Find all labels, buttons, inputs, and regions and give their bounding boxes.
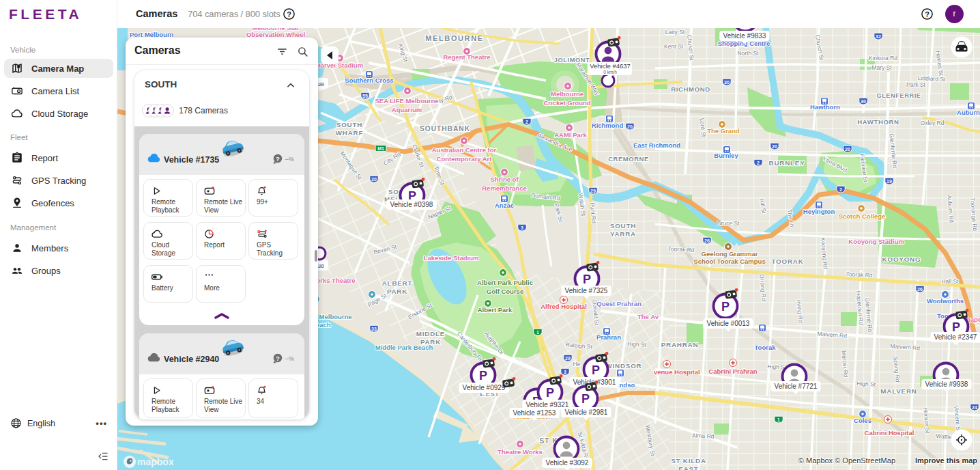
svg-text:RICHMOND: RICHMOND <box>671 85 710 93</box>
svg-text:20: 20 <box>627 124 633 129</box>
svg-text:High S: High S <box>767 363 785 370</box>
svg-text:55: 55 <box>362 94 368 98</box>
svg-text:North St: North St <box>737 50 759 57</box>
svg-text:CREMORNE: CREMORNE <box>608 155 649 163</box>
svg-text:Melbourne: Melbourne <box>551 90 583 98</box>
svg-text:SOUTH: SOUTH <box>336 121 362 128</box>
svg-text:Vehicle #7325: Vehicle #7325 <box>565 287 608 294</box>
svg-text:3: 3 <box>521 225 523 230</box>
svg-text:Shrine of: Shrine of <box>490 176 519 183</box>
svg-text:Lakeside Stadium: Lakeside Stadium <box>424 254 479 262</box>
svg-text:High St: High St <box>856 380 876 387</box>
svg-text:Scotch College: Scotch College <box>839 212 886 220</box>
svg-text:Vehicle #1253: Vehicle #1253 <box>513 409 556 417</box>
svg-text:20: 20 <box>371 177 377 182</box>
svg-text:Vehicle #0398: Vehicle #0398 <box>390 201 433 208</box>
svg-text:P: P <box>583 273 591 286</box>
svg-text:0 km/h: 0 km/h <box>603 70 617 74</box>
svg-text:BURNLEY: BURNLEY <box>769 159 805 167</box>
svg-text:P: P <box>952 320 960 334</box>
svg-text:Bruce St: Bruce St <box>717 220 740 227</box>
svg-text:PRAHRAN: PRAHRAN <box>661 341 699 348</box>
svg-text:Contemporary Art: Contemporary Art <box>437 155 493 163</box>
svg-text:JOLIMONT: JOLIMONT <box>554 57 590 64</box>
svg-text:Remembrance: Remembrance <box>482 184 526 192</box>
svg-text:2: 2 <box>525 120 528 124</box>
svg-text:Quest Prahran: Quest Prahran <box>596 300 642 307</box>
svg-text:Cabrini Prahran: Cabrini Prahran <box>708 368 757 375</box>
svg-text:2: 2 <box>757 161 760 165</box>
svg-text:AAMI Park: AAMI Park <box>554 131 587 139</box>
svg-text:EAST: EAST <box>678 465 698 470</box>
svg-text:Kinkora Rd: Kinkora Rd <box>869 55 897 61</box>
svg-text:29: 29 <box>565 356 571 361</box>
svg-text:1: 1 <box>777 417 780 422</box>
svg-text:SEA LIFE Melbourne: SEA LIFE Melbourne <box>375 97 438 105</box>
svg-text:Oxley Rd: Oxley Rd <box>921 120 945 126</box>
svg-text:Cricket Ground: Cricket Ground <box>543 99 590 107</box>
svg-text:P: P <box>592 363 600 377</box>
svg-text:2: 2 <box>839 187 842 192</box>
svg-text:29: 29 <box>590 189 596 193</box>
svg-text:© Mapbox © OpenStreetMap: © Mapbox © OpenStreetMap <box>798 456 895 465</box>
svg-text:–%: –% <box>285 355 294 362</box>
svg-text:24: 24 <box>972 405 977 410</box>
svg-text:Improve this map: Improve this map <box>915 456 977 465</box>
svg-text:School Toorak Campus: School Toorak Campus <box>693 258 765 265</box>
svg-text:32: 32 <box>876 34 881 39</box>
svg-text:Laity St: Laity St <box>665 29 685 36</box>
svg-text:Middle Park Beach: Middle Park Beach <box>375 344 433 351</box>
svg-text:P: P <box>721 300 730 314</box>
svg-text:High St: High St <box>627 340 647 348</box>
svg-text:He: He <box>573 361 581 368</box>
svg-text:East Richmond: East Richmond <box>633 141 680 149</box>
svg-text:Cabrini Hospital: Cabrini Hospital <box>865 429 914 437</box>
svg-text:Geelong Grammar: Geelong Grammar <box>702 250 758 258</box>
svg-text:Vehicle #2981: Vehicle #2981 <box>565 409 608 416</box>
svg-text:venue Hospital: venue Hospital <box>654 368 700 376</box>
svg-text:The Av: The Av <box>637 313 659 320</box>
svg-text:Alma Rd: Alma Rd <box>692 432 715 440</box>
svg-text:TOORAK: TOORAK <box>771 258 803 265</box>
svg-text:ALBERT: ALBERT <box>382 279 413 287</box>
svg-text:MALVERN: MALVERN <box>880 387 917 395</box>
svg-text:WHARF: WHARF <box>336 129 363 137</box>
svg-text:Vehicle #9833: Vehicle #9833 <box>723 32 766 40</box>
svg-text:26: 26 <box>704 238 710 243</box>
svg-text:MELBOURNE: MELBOURNE <box>425 34 483 42</box>
svg-text:P: P <box>546 386 554 400</box>
svg-text:Toorak Rd: Toorak Rd <box>846 271 873 279</box>
svg-text:Park St: Park St <box>906 81 926 88</box>
svg-text:P: P <box>479 369 487 383</box>
svg-text:Vehicle #0929: Vehicle #0929 <box>463 384 506 391</box>
svg-text:SOUTH: SOUTH <box>610 222 636 230</box>
svg-text:Aquarium: Aquarium <box>392 106 422 113</box>
svg-text:Mary St: Mary St <box>871 64 892 71</box>
svg-text:Theatre Works: Theatre Works <box>498 448 543 456</box>
svg-text:1: 1 <box>536 330 539 335</box>
svg-text:Vehicle #9321: Vehicle #9321 <box>526 401 569 409</box>
svg-text:Vehicle #3092: Vehicle #3092 <box>546 459 589 467</box>
svg-text:Vehicle #7721: Vehicle #7721 <box>775 383 818 390</box>
svg-text:26: 26 <box>917 287 923 292</box>
svg-text:?: ? <box>287 10 291 18</box>
svg-text:Hall St: Hall St <box>941 278 959 285</box>
svg-text:Toorak: Toorak <box>755 344 777 351</box>
svg-text:PARK: PARK <box>387 288 407 295</box>
svg-text:WINDSOR: WINDSOR <box>606 362 642 370</box>
svg-text:GLENFERRIE: GLENFERRIE <box>876 92 921 99</box>
svg-text:33: 33 <box>371 327 377 331</box>
svg-text:30: 30 <box>724 80 730 85</box>
svg-text:Toorak Rd: Toorak Rd <box>668 245 695 253</box>
svg-text:HAWTHORN: HAWTHORN <box>857 118 899 126</box>
svg-text:–%: –% <box>285 156 294 163</box>
svg-text:SOUTHBANK: SOUTHBANK <box>420 125 470 133</box>
svg-text:ST KILDA: ST KILDA <box>671 457 706 465</box>
svg-text:30: 30 <box>861 99 866 104</box>
svg-text:19: 19 <box>887 179 892 184</box>
svg-text:P: P <box>581 392 590 406</box>
svg-text:MIDDLE: MIDDLE <box>416 330 445 337</box>
svg-text:?: ? <box>925 10 929 18</box>
svg-text:Golf Course: Golf Course <box>487 288 523 295</box>
svg-text:Kent St: Kent St <box>664 43 684 50</box>
